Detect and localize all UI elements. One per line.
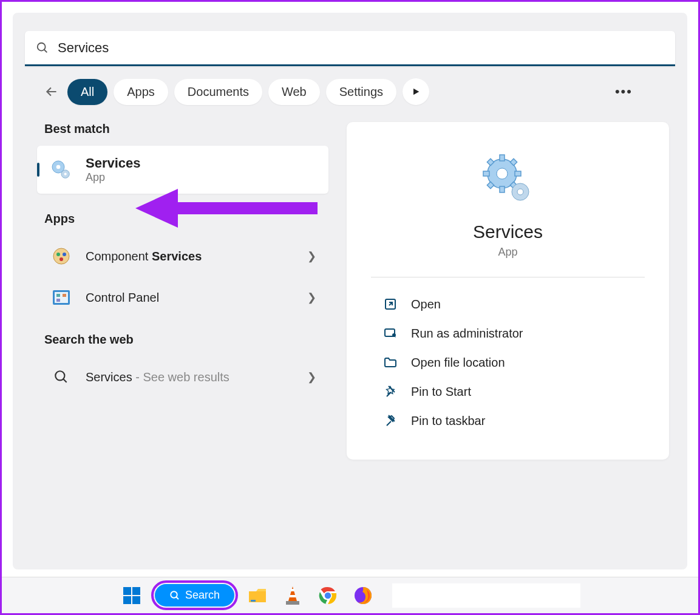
svg-rect-20 [483, 171, 489, 176]
tab-settings[interactable]: Settings [326, 79, 396, 105]
folder-icon [383, 355, 398, 370]
action-label: Open [411, 297, 441, 311]
svg-line-16 [63, 379, 66, 382]
svg-point-31 [393, 334, 395, 336]
component-services-icon [49, 244, 73, 268]
svg-rect-40 [291, 589, 294, 591]
web-search-result[interactable]: Services - See web results ❯ [37, 356, 328, 398]
svg-line-1 [44, 49, 47, 52]
search-icon [169, 590, 180, 601]
action-label: Run as administrator [411, 327, 523, 341]
svg-point-3 [56, 165, 61, 169]
svg-point-5 [64, 172, 67, 175]
tab-documents[interactable]: Documents [174, 79, 262, 105]
more-options-icon[interactable]: ••• [615, 84, 669, 100]
app-result-label: Component Services [86, 250, 295, 263]
chevron-right-icon: ❯ [307, 291, 316, 304]
start-button[interactable] [120, 583, 144, 608]
svg-point-15 [55, 371, 64, 380]
chevron-right-icon: ❯ [307, 370, 316, 384]
admin-icon [383, 326, 398, 341]
svg-line-37 [176, 597, 178, 599]
svg-point-36 [171, 591, 177, 598]
svg-point-26 [497, 168, 508, 179]
svg-point-9 [59, 257, 63, 261]
detail-panel: Services App Open Run as administrator O… [347, 122, 669, 460]
gears-icon [49, 158, 73, 182]
taskbar: Search [2, 577, 698, 613]
tab-apps[interactable]: Apps [114, 79, 168, 105]
action-open[interactable]: Open [371, 290, 645, 319]
section-search-web: Search the web [44, 333, 328, 347]
vlc-icon[interactable] [280, 583, 305, 608]
action-label: Pin to taskbar [411, 414, 485, 428]
action-label: Open file location [411, 356, 505, 370]
open-icon [383, 297, 398, 311]
pin-icon [383, 413, 398, 428]
back-arrow-icon[interactable] [42, 82, 61, 101]
filter-tabs: All Apps Documents Web Settings ••• [13, 66, 687, 105]
result-title: Services [86, 155, 141, 171]
annotation-arrow [135, 184, 318, 233]
svg-rect-34 [123, 596, 131, 604]
svg-point-6 [53, 248, 69, 264]
svg-rect-13 [63, 294, 66, 297]
detail-title: Services [371, 222, 645, 242]
svg-rect-35 [132, 596, 140, 604]
svg-rect-42 [286, 601, 299, 605]
web-result-label: Services - See web results [86, 370, 295, 384]
section-best-match: Best match [44, 122, 328, 136]
svg-rect-32 [123, 587, 131, 595]
chrome-icon[interactable] [316, 583, 340, 608]
firefox-icon[interactable] [351, 583, 375, 608]
divider [371, 277, 645, 277]
svg-point-7 [56, 253, 60, 256]
svg-point-8 [63, 253, 66, 256]
svg-point-0 [38, 42, 46, 50]
gears-icon-large [371, 152, 645, 207]
play-icon [411, 87, 421, 97]
action-open-file-location[interactable]: Open file location [371, 348, 645, 377]
result-subtitle: App [86, 171, 141, 184]
search-input[interactable] [58, 40, 664, 56]
search-icon [49, 365, 73, 389]
file-explorer-icon[interactable] [245, 583, 270, 608]
svg-rect-21 [515, 171, 521, 176]
svg-rect-41 [290, 595, 296, 597]
tab-all[interactable]: All [67, 79, 107, 105]
tab-more[interactable] [403, 78, 429, 105]
action-label: Pin to Start [411, 385, 471, 399]
svg-rect-18 [500, 155, 505, 161]
search-window: All Apps Documents Web Settings ••• Best… [13, 13, 687, 569]
svg-rect-33 [132, 587, 140, 595]
search-bar[interactable] [25, 31, 675, 66]
svg-point-28 [517, 189, 523, 195]
svg-rect-19 [500, 186, 505, 192]
search-icon [36, 41, 49, 55]
svg-rect-39 [251, 600, 256, 602]
tab-web[interactable]: Web [268, 79, 320, 105]
taskbar-blank [392, 583, 580, 608]
action-pin-start[interactable]: Pin to Start [371, 377, 645, 406]
taskbar-search-button[interactable]: Search [155, 584, 234, 607]
control-panel-icon [49, 285, 73, 310]
detail-subtitle: App [371, 246, 645, 259]
app-result-label: Control Panel [86, 291, 295, 305]
app-result-control-panel[interactable]: Control Panel ❯ [37, 277, 328, 318]
taskbar-search-label: Search [185, 589, 220, 602]
results-column: Best match Services App Apps Component S… [37, 122, 328, 460]
pin-icon [383, 384, 398, 399]
svg-rect-12 [56, 294, 60, 297]
action-run-admin[interactable]: Run as administrator [371, 319, 645, 348]
app-result-component-services[interactable]: Component Services ❯ [37, 236, 328, 277]
action-pin-taskbar[interactable]: Pin to taskbar [371, 406, 645, 435]
svg-rect-14 [56, 299, 60, 302]
chevron-right-icon: ❯ [307, 250, 316, 263]
